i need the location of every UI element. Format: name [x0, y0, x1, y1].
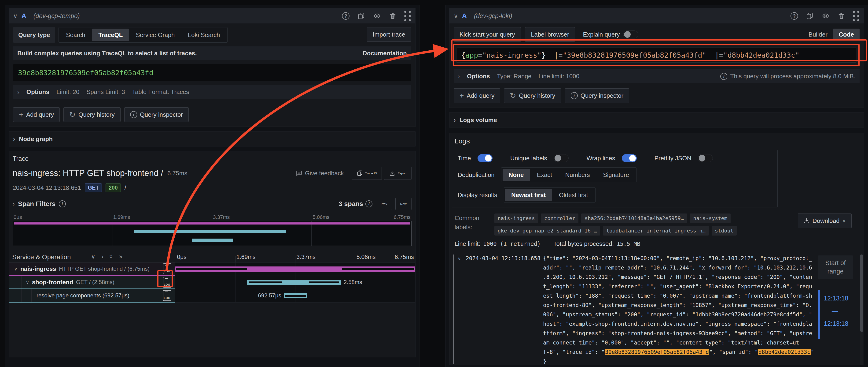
label-tag[interactable]: nais-system: [690, 214, 731, 223]
line-limit-value: 1000 (1 returned): [483, 241, 541, 247]
tempo-options-row[interactable]: › Options Limit: 20 Spans Limit: 3 Table…: [13, 85, 411, 99]
eye-icon[interactable]: [373, 12, 381, 20]
options-chevron-icon[interactable]: ›: [17, 89, 20, 95]
span-row-shop-frontend[interactable]: ∨ shop-frontend GET / (2.58ms) LOG 2.58m…: [9, 276, 415, 289]
label-tag[interactable]: nais-ingress: [494, 214, 538, 223]
chevron-right-icon[interactable]: ›: [102, 253, 104, 260]
unique-labels-toggle[interactable]: [554, 154, 568, 162]
scrollbar-thumb[interactable]: [860, 255, 863, 332]
double-chevron-down-icon[interactable]: »: [108, 255, 115, 258]
node-graph-label: Node graph: [19, 136, 53, 143]
label-tag[interactable]: sha256:2bdab7410148a3a4ba2e5959…: [581, 214, 687, 223]
span-count: 3 spans: [339, 200, 363, 208]
export-button[interactable]: Export: [384, 167, 411, 180]
label-tag[interactable]: controller: [541, 214, 579, 223]
label-tag[interactable]: loadbalancer-internal-ingress-n…: [603, 226, 709, 235]
node-graph-section[interactable]: › Node graph: [9, 132, 415, 146]
log-row[interactable]: ∨ 2024-03-04 12:13:18.658 {"time": "2024…: [453, 254, 864, 365]
trace-timestamp: 2024-03-04 12:13:18.651: [13, 184, 81, 192]
builder-mode-button[interactable]: Builder: [803, 29, 833, 40]
query-inspector-button[interactable]: iQuery inspector: [565, 88, 629, 103]
span-collapse-chevron-icon[interactable]: ∨: [14, 266, 18, 271]
next-span-button[interactable]: Next: [395, 198, 411, 210]
copy-icon[interactable]: [806, 12, 813, 20]
loki-options-row[interactable]: › Options Type: Range Line limit: 1000 i…: [454, 69, 860, 83]
node-graph-chevron-icon[interactable]: ›: [13, 136, 15, 142]
help-icon[interactable]: ?: [790, 12, 798, 20]
dedup-exact[interactable]: Exact: [531, 169, 558, 181]
tab-traceql[interactable]: TraceQL: [92, 29, 129, 41]
trash-icon[interactable]: [838, 12, 845, 20]
traceql-query-input[interactable]: 39e8b83281976509ef05ab82f05a43fd: [13, 64, 411, 81]
query-ref-label: A: [21, 12, 27, 20]
options-chevron-icon[interactable]: ›: [458, 73, 460, 80]
prev-span-button[interactable]: Prev: [376, 198, 392, 210]
help-icon[interactable]: ?: [342, 12, 349, 20]
loki-explore-pane: ∨ A (dev-gcp-loki) ? Kick start your que…: [445, 5, 868, 367]
kick-start-query-button[interactable]: Kick start your query: [454, 27, 521, 42]
time-toggle[interactable]: [477, 154, 493, 162]
display-oldest-first[interactable]: Oldest first: [553, 189, 594, 201]
span-row-nais-ingress[interactable]: ∨ nais-ingress HTTP GET shop-frontend / …: [9, 262, 415, 276]
logs-volume-section[interactable]: › Logs volume: [449, 112, 864, 128]
download-icon: [389, 170, 395, 176]
dedup-numbers[interactable]: Numbers: [559, 169, 596, 181]
chevron-down-icon[interactable]: ∨: [91, 253, 95, 260]
give-feedback-link[interactable]: Give feedback: [296, 170, 344, 177]
loki-query-row-header[interactable]: ∨ A (dev-gcp-loki) ?: [450, 8, 864, 23]
tab-loki-search[interactable]: Loki Search: [182, 29, 226, 41]
dedup-none[interactable]: None: [503, 169, 530, 181]
minimap-root-span-bar: [14, 222, 410, 225]
loki-query-editor: ∨ A (dev-gcp-loki) ? Kick start your que…: [449, 8, 864, 108]
trace-id-button[interactable]: Trace ID: [352, 167, 382, 180]
span-collapse-chevron-icon[interactable]: ∨: [26, 280, 29, 284]
span-logs-icon[interactable]: LOG: [163, 277, 172, 287]
add-query-button[interactable]: +Add query: [13, 107, 60, 122]
label-tag[interactable]: gke-dev-gcp-nap-e2-standard-16-…: [494, 226, 600, 235]
collapse-chevron-icon[interactable]: ∨: [454, 13, 458, 19]
query-inspector-button[interactable]: iQuery inspector: [124, 107, 189, 122]
timeline-tick: 6.75ms: [395, 254, 414, 260]
dedup-signature[interactable]: Signature: [597, 169, 635, 181]
drag-handle-icon[interactable]: [853, 11, 860, 21]
tab-service-graph[interactable]: Service Graph: [130, 29, 181, 41]
copy-icon[interactable]: [358, 12, 365, 20]
drag-handle-icon[interactable]: [404, 11, 411, 21]
logql-query-input[interactable]: {app="nais-ingress"} |="39e8b83281976509…: [456, 48, 856, 63]
query-history-button[interactable]: ↺Query history: [504, 88, 561, 103]
label-browser-button[interactable]: Label browser: [525, 27, 575, 42]
collapse-chevron-icon[interactable]: ∨: [13, 13, 18, 19]
tab-search[interactable]: Search: [60, 29, 91, 41]
add-query-button[interactable]: +Add query: [454, 88, 500, 103]
trash-icon[interactable]: [389, 12, 396, 20]
info-icon: i: [571, 92, 578, 99]
timeline-tick: 0μs: [177, 254, 187, 260]
wrap-lines-toggle[interactable]: [622, 154, 637, 162]
explain-query-toggle[interactable]: [623, 30, 638, 38]
import-trace-button[interactable]: Import trace: [367, 27, 411, 42]
span-logs-icon[interactable]: LOG: [163, 263, 172, 274]
download-button[interactable]: Download ∨: [798, 214, 851, 228]
span-filters-chevron-icon[interactable]: ›: [13, 201, 15, 207]
prettify-json-toggle[interactable]: [698, 154, 713, 162]
span-logs-icon[interactable]: LOG: [163, 290, 172, 301]
span-row-resolve-page-components[interactable]: resolve page components (692.57μs) LOG 6…: [9, 289, 415, 303]
code-mode-button[interactable]: Code: [833, 29, 860, 40]
log-expand-chevron-icon[interactable]: ∨: [458, 254, 466, 365]
trace-minimap[interactable]: 0μs 1.69ms 3.37ms 5.06ms 6.75ms: [13, 214, 411, 246]
query-history-button[interactable]: ↺Query history: [63, 107, 120, 122]
minimap-viewport[interactable]: [13, 221, 411, 246]
query-ref-label: A: [462, 12, 467, 20]
display-newest-first[interactable]: Newest first: [505, 189, 552, 201]
double-chevron-right-icon[interactable]: »: [119, 253, 122, 260]
timeline-tick: 1.69ms: [237, 254, 256, 260]
documentation-link[interactable]: Documentation: [363, 50, 407, 57]
common-labels-list: nais-ingress controller sha256:2bdab7410…: [494, 214, 793, 235]
trace-id-highlight: 39e8b83281976509ef05ab82f05a43fd: [604, 349, 709, 355]
label-tag[interactable]: stdout: [712, 226, 737, 235]
span-bar-stripe: [342, 268, 414, 270]
tempo-query-row-header[interactable]: ∨ A (dev-gcp-tempo) ?: [9, 8, 415, 23]
method-badge: GET: [85, 184, 102, 192]
logs-volume-chevron-icon[interactable]: ›: [454, 117, 456, 123]
eye-icon[interactable]: [822, 12, 830, 20]
